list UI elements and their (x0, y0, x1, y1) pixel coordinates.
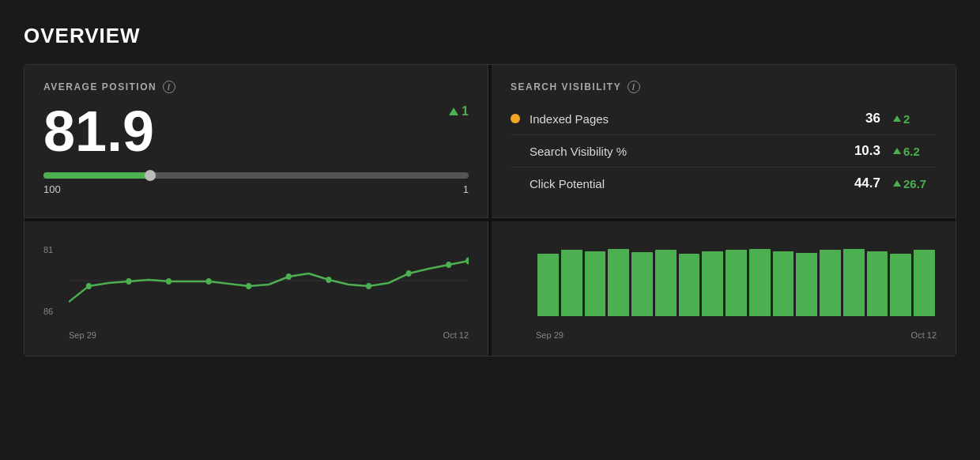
bar-17 (914, 250, 935, 316)
sv-value: 10.3 (841, 143, 880, 159)
avg-position-progress: 100 1 (43, 172, 469, 195)
dashboard-grid: AVERAGE POSITION i 81.9 1 100 1 (24, 64, 956, 356)
bar-9 (726, 250, 747, 316)
line-dot (286, 273, 292, 280)
line-dot (206, 278, 212, 285)
bar-3 (585, 251, 606, 316)
cp-value: 44.7 (841, 175, 880, 191)
page-container: OVERVIEW AVERAGE POSITION i 81.9 1 100 1 (0, 0, 980, 372)
avg-position-change: 1 (449, 104, 469, 119)
line-dot (86, 283, 92, 289)
indexed-value: 36 (841, 111, 880, 126)
page-title: OVERVIEW (24, 24, 956, 48)
search-visibility-card: SEARCH VISIBILITY i Indexed Pages 36 2 S… (492, 65, 956, 218)
indexed-dot (511, 114, 520, 123)
bar-chart-container: Sep 29 Oct 12 (511, 237, 937, 340)
sv-up-icon (893, 148, 901, 154)
search-visibility-label: SEARCH VISIBILITY i (511, 81, 937, 93)
bar-chart-area (536, 245, 937, 316)
bar-10 (749, 249, 771, 317)
indexed-pages-row: Indexed Pages 36 2 (511, 103, 937, 135)
bar-13 (820, 250, 841, 316)
line-dot (326, 277, 331, 283)
bar-5 (631, 252, 653, 316)
line-dot-end (466, 258, 469, 265)
sv-label: Search Visibility % (530, 145, 841, 158)
bar-15 (867, 251, 888, 316)
line-chart-x-labels: Sep 29 Oct 12 (69, 316, 469, 340)
bar-14 (843, 249, 865, 317)
line-dot (166, 278, 172, 285)
cp-change: 26.7 (893, 177, 937, 190)
bar-8 (702, 251, 723, 316)
line-dot (126, 278, 131, 285)
progress-fill (43, 172, 150, 179)
avg-position-label: AVERAGE POSITION i (43, 81, 469, 93)
progress-thumb (145, 170, 156, 181)
line-chart-area (69, 245, 469, 316)
avg-position-up-icon (449, 107, 458, 115)
sv-change: 6.2 (893, 145, 937, 158)
avg-position-value: 81.9 (43, 103, 469, 160)
line-dot (246, 283, 251, 289)
line-dot (446, 262, 451, 268)
search-visibility-row: Search Visibility % 10.3 6.2 (511, 135, 937, 168)
search-visibility-info-icon[interactable]: i (628, 81, 640, 93)
line-dot (406, 270, 412, 277)
bar-12 (796, 253, 817, 316)
line-chart-container: 81 86 (43, 237, 469, 340)
line-chart-card: 81 86 (24, 221, 488, 356)
avg-position-info-icon[interactable]: i (163, 81, 175, 93)
bar-6 (655, 250, 677, 316)
cp-label: Click Potential (530, 177, 841, 190)
bar-1 (537, 254, 559, 316)
click-potential-row: Click Potential 44.7 26.7 (511, 168, 937, 199)
avg-position-card: AVERAGE POSITION i 81.9 1 100 1 (24, 65, 488, 218)
indexed-change: 2 (893, 112, 937, 126)
bar-2 (561, 250, 582, 316)
bar-chart-x-labels: Sep 29 Oct 12 (536, 316, 937, 340)
bar-chart-card: Sep 29 Oct 12 (492, 221, 956, 356)
cp-up-icon (893, 180, 901, 187)
bar-7 (679, 254, 700, 316)
line-chart-y-labels: 81 86 (43, 245, 66, 316)
line-chart-svg (69, 245, 469, 316)
bar-16 (890, 254, 911, 316)
progress-labels: 100 1 (43, 183, 469, 195)
progress-track (43, 172, 469, 179)
bar-11 (773, 251, 794, 316)
bar-4 (608, 249, 629, 317)
bar-chart (536, 245, 937, 316)
indexed-label: Indexed Pages (530, 112, 841, 126)
indexed-up-icon (893, 115, 901, 122)
line-dot (366, 283, 371, 289)
